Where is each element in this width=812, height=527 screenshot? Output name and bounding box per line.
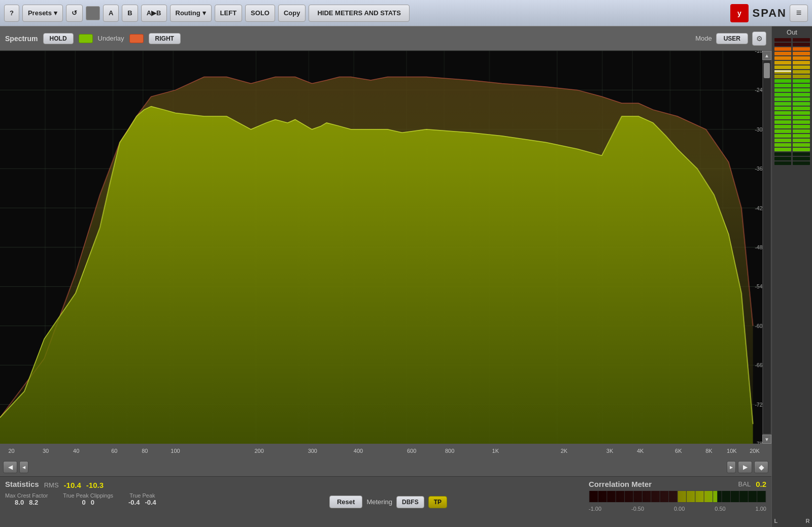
logo-icon: y: [730, 4, 749, 22]
vu-segment-vu-left-4: [774, 56, 792, 60]
vu-segment-vu-left-19: [774, 125, 792, 128]
reset-button[interactable]: Reset: [329, 496, 362, 508]
freq-label-10K: 10K: [727, 448, 737, 454]
routing-button[interactable]: Routing ▾: [170, 5, 212, 22]
menu-button[interactable]: ≡: [790, 5, 808, 22]
max-crest-item: Max Crest Factor 8.0 8.2: [5, 492, 48, 506]
freq-label-6K: 6K: [675, 448, 682, 454]
spectrum-scrollbar[interactable]: ▲ ▼: [762, 51, 771, 444]
stats-section: Statistics RMS -10.4 -10.3 Max Crest Fac…: [0, 477, 193, 527]
vu-segment-vu-right-17: [793, 116, 810, 119]
vu-segment-vu-right-13: [793, 97, 810, 101]
scroll-thumb[interactable]: [764, 63, 770, 78]
l-label: L: [774, 518, 778, 524]
vu-segment-vu-right-16: [793, 111, 810, 115]
vu-segment-vu-left-27: [774, 161, 792, 165]
refresh-button[interactable]: ↺: [66, 5, 83, 22]
metering-label: Metering: [366, 498, 392, 506]
dbfs-button[interactable]: DBFS: [396, 496, 424, 508]
vu-segment-vu-left-5: [774, 61, 792, 64]
true-peak-clip-label: True Peak Clippings: [63, 492, 113, 499]
orange-indicator[interactable]: [129, 34, 144, 43]
freq-label-80: 80: [142, 448, 148, 454]
corr-scale-label-0: -1.00: [589, 506, 601, 512]
freq-label-4K: 4K: [637, 448, 644, 454]
rms-val1: -10.4: [64, 481, 81, 489]
vu-segment-vu-right-18: [793, 120, 810, 124]
nav-right-button[interactable]: ▶: [738, 461, 752, 473]
vu-segment-vu-left-0: [774, 38, 792, 42]
vu-segment-vu-right-20: [793, 129, 810, 133]
color-square: [86, 6, 100, 20]
vu-segment-vu-left-3: [774, 52, 792, 55]
freq-label-200: 200: [254, 448, 263, 454]
vu-meter: [774, 38, 810, 517]
nav-small-left[interactable]: ◀: [19, 461, 28, 473]
hold-button[interactable]: HOLD: [43, 33, 74, 44]
vu-segment-vu-right-9: [793, 79, 810, 83]
vu-segment-vu-right-25: [793, 152, 810, 156]
help-button[interactable]: ?: [4, 5, 19, 22]
vu-segment-vu-left-15: [774, 107, 792, 110]
solo-button[interactable]: SOLO: [245, 5, 275, 22]
rms-label: RMS: [44, 481, 59, 489]
scroll-track[interactable]: [763, 61, 770, 434]
metering-section: Reset Metering DBFS TP: [193, 477, 584, 527]
true-peak-item: True Peak -0.4 -0.4: [128, 492, 156, 506]
presets-label: Presets: [28, 9, 52, 17]
presets-button[interactable]: Presets ▾: [22, 5, 63, 22]
left-button[interactable]: LEFT: [215, 5, 243, 22]
corr-scale-label-4: 1.00: [756, 506, 766, 512]
toolbar: ? Presets ▾ ↺ A B A▶B Routing ▾ LEFT SOL…: [0, 0, 812, 26]
nav-arrows: ◀ ◀ ▶ ▶ ◆: [0, 458, 771, 476]
user-mode-button[interactable]: USER: [716, 33, 748, 44]
freq-label-300: 300: [308, 448, 317, 454]
spectrum-title: Spectrum: [5, 35, 38, 43]
freq-label-20: 20: [8, 448, 14, 454]
vu-segment-vu-left-20: [774, 129, 792, 133]
nav-small-right[interactable]: ▶: [727, 461, 736, 473]
vu-segment-vu-right-26: [793, 157, 810, 160]
copy-button[interactable]: Copy: [278, 5, 306, 22]
max-crest-val1: 8.0: [15, 499, 24, 506]
scroll-down-arrow[interactable]: ▼: [762, 435, 771, 444]
underlay-label: Underlay: [98, 35, 124, 42]
gear-button[interactable]: ⚙: [752, 31, 766, 46]
spectrum-display[interactable]: ▲ ▼: [0, 51, 771, 444]
vu-lr-labels: L R: [774, 517, 810, 525]
green-indicator[interactable]: [79, 34, 93, 43]
peak-indicator: [774, 71, 792, 72]
app-name: SPAN: [753, 7, 787, 20]
vu-segment-vu-left-22: [774, 139, 792, 142]
freq-label-30: 30: [43, 448, 49, 454]
vu-segment-vu-left-6: [774, 65, 792, 69]
vu-segment-vu-right-2: [793, 47, 810, 51]
freq-label-100: 100: [171, 448, 180, 454]
scroll-up-arrow[interactable]: ▲: [762, 51, 771, 60]
nav-left-button[interactable]: ◀: [3, 461, 17, 473]
bal-label: BAL: [738, 480, 751, 488]
rms-val2: -10.3: [86, 481, 104, 489]
spectrum-panel: Spectrum HOLD Underlay RIGHT Mode USER ⚙…: [0, 26, 771, 527]
presets-dropdown-icon: ▾: [54, 9, 57, 17]
vu-segment-vu-right-10: [793, 84, 810, 87]
b-button[interactable]: B: [122, 5, 138, 22]
nav-diamond-button[interactable]: ◆: [754, 461, 768, 473]
freq-label-600: 600: [407, 448, 416, 454]
vu-segment-vu-right-24: [793, 148, 810, 151]
tp-button[interactable]: TP: [428, 496, 447, 508]
freq-label-3K: 3K: [606, 448, 613, 454]
right-channel-button[interactable]: RIGHT: [149, 33, 181, 44]
freq-label-60: 60: [111, 448, 117, 454]
a-button[interactable]: A: [103, 5, 119, 22]
vu-segment-vu-left-12: [774, 93, 792, 96]
freq-label-1K: 1K: [492, 448, 499, 454]
vu-segment-vu-left-24: [774, 148, 792, 151]
vu-segment-vu-left-26: [774, 157, 792, 160]
corr-scale-label-3: 0.50: [715, 506, 725, 512]
vu-segment-vu-right-21: [793, 134, 810, 138]
hide-meters-button[interactable]: HIDE METERS AND STATS: [309, 5, 409, 22]
routing-label: Routing: [176, 9, 200, 17]
ab-button[interactable]: A▶B: [141, 5, 167, 22]
vu-left-channel: [774, 38, 792, 517]
